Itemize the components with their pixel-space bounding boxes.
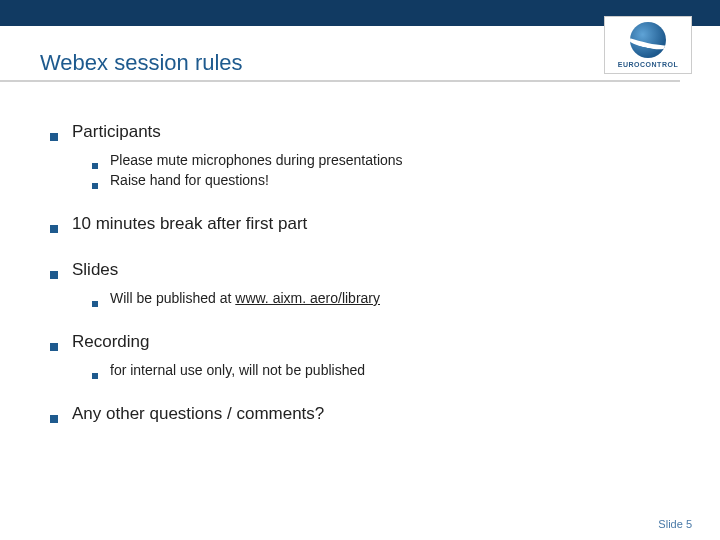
sub-list-item: Please mute microphones during presentat…: [92, 152, 680, 168]
list-item-label: Participants: [72, 122, 161, 142]
list-item: Recording for internal use only, will no…: [50, 332, 680, 378]
square-bullet-icon: [50, 133, 58, 141]
square-bullet-icon: [50, 343, 58, 351]
list-item: Slides Will be published at www. aixm. a…: [50, 260, 680, 306]
square-bullet-icon: [50, 271, 58, 279]
sub-list-item-text: Will be published at www. aixm. aero/lib…: [110, 290, 380, 306]
list-item: 10 minutes break after first part: [50, 214, 680, 234]
sub-list-item-text: Raise hand for questions!: [110, 172, 269, 188]
list-item: Participants Please mute microphones dur…: [50, 122, 680, 188]
list-item-label: Recording: [72, 332, 150, 352]
sub-list-item-text: Please mute microphones during presentat…: [110, 152, 403, 168]
square-bullet-icon: [50, 415, 58, 423]
square-bullet-icon: [92, 373, 98, 379]
slide-title: Webex session rules: [40, 50, 680, 76]
title-area: Webex session rules: [0, 26, 680, 82]
slide-content: Participants Please mute microphones dur…: [0, 82, 720, 424]
sub-list-item: Raise hand for questions!: [92, 172, 680, 188]
sub-list-item: for internal use only, will not be publi…: [92, 362, 680, 378]
sub-list-item-prefix: Will be published at: [110, 290, 235, 306]
square-bullet-icon: [92, 301, 98, 307]
eurocontrol-logo: EUROCONTROL: [604, 16, 692, 74]
list-item-label: 10 minutes break after first part: [72, 214, 307, 234]
list-item: Any other questions / comments?: [50, 404, 680, 424]
list-item-label: Any other questions / comments?: [72, 404, 324, 424]
logo-globe-icon: [630, 22, 666, 58]
list-item-label: Slides: [72, 260, 118, 280]
square-bullet-icon: [50, 225, 58, 233]
sub-list-item: Will be published at www. aixm. aero/lib…: [92, 290, 680, 306]
slide-number: Slide 5: [658, 518, 692, 530]
logo-brand-text: EUROCONTROL: [618, 61, 678, 68]
square-bullet-icon: [92, 163, 98, 169]
sub-list-item-text: for internal use only, will not be publi…: [110, 362, 365, 378]
library-link[interactable]: www. aixm. aero/library: [235, 290, 380, 306]
square-bullet-icon: [92, 183, 98, 189]
